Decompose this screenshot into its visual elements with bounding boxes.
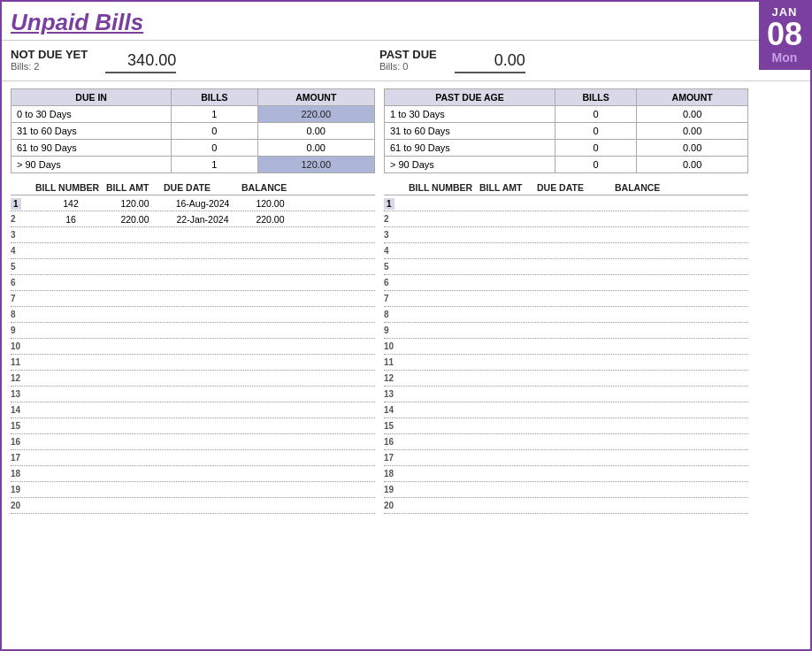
list-item: 10 (384, 339, 748, 355)
list-item: 1142120.0016-Aug-2024120.00 (11, 195, 375, 211)
list-item: 3 (11, 227, 375, 243)
list-item: 19 (384, 482, 748, 498)
list-item: 11 (384, 355, 748, 371)
list-item: 14 (11, 402, 375, 418)
right-bill-rows-container: 1234567891011121314151617181920 (384, 195, 748, 514)
past-due-label: PAST DUE (379, 48, 437, 61)
list-item: 15 (11, 418, 375, 434)
list-item: 9 (11, 323, 375, 339)
not-due-col-amount: AMOUNT (257, 89, 374, 106)
not-due-summary: NOT DUE YET Bills: 2 340.00 (11, 48, 379, 73)
page-header: Unpaid Bills (2, 2, 810, 41)
past-due-col-amount: AMOUNT (637, 89, 748, 106)
list-item: 18 (384, 466, 748, 482)
not-due-bills: Bills: 2 (11, 61, 88, 72)
past-due-age-table: PAST DUE AGE BILLS AMOUNT 1 to 30 Days00… (384, 88, 748, 173)
list-item: 19 (11, 482, 375, 498)
table-row: > 90 Days1120.00 (11, 157, 375, 173)
table-row: 0 to 30 Days1220.00 (11, 106, 375, 123)
list-item: 3 (384, 227, 748, 243)
past-due-col-bills: BILLS (555, 89, 636, 106)
list-item: 4 (384, 243, 748, 259)
past-due-bills: Bills: 0 (379, 61, 437, 72)
list-item: 17 (11, 450, 375, 466)
bill-lists-section: BILL NUMBER BILL AMT DUE DATE BALANCE 11… (2, 173, 810, 514)
list-item: 8 (384, 307, 748, 323)
tables-section: DUE IN BILLS AMOUNT 0 to 30 Days1220.003… (2, 81, 810, 173)
past-due-table: PAST DUE AGE BILLS AMOUNT 1 to 30 Days00… (384, 88, 748, 173)
table-row: 61 to 90 Days00.00 (11, 140, 375, 157)
past-due-col-age: PAST DUE AGE (385, 89, 555, 106)
page-title: Unpaid Bills (11, 9, 748, 36)
list-item: 15 (384, 418, 748, 434)
not-due-col-bills: BILLS (172, 89, 257, 106)
list-item: 1 (384, 195, 748, 211)
not-due-age-table: DUE IN BILLS AMOUNT 0 to 30 Days1220.003… (11, 88, 375, 173)
not-due-col-due-in: DUE IN (11, 89, 172, 106)
left-bill-rows-container: 1142120.0016-Aug-2024120.00216220.0022-J… (11, 195, 375, 514)
list-item: 4 (11, 243, 375, 259)
list-item: 13 (384, 387, 748, 402)
list-item: 7 (11, 291, 375, 307)
date-panel: JAN 08 Mon (759, 2, 810, 70)
table-row: 61 to 90 Days00.00 (385, 140, 748, 157)
list-item: 14 (384, 402, 748, 418)
list-item: 6 (11, 275, 375, 291)
list-item: 6 (384, 275, 748, 291)
list-item: 5 (384, 259, 748, 275)
summary-section: NOT DUE YET Bills: 2 340.00 PAST DUE Bil… (2, 41, 810, 81)
table-row: > 90 Days00.00 (385, 157, 748, 173)
list-item: 16 (11, 434, 375, 450)
list-item: 8 (11, 307, 375, 323)
list-item: 216220.0022-Jan-2024220.00 (11, 211, 375, 227)
list-item: 20 (384, 498, 748, 514)
list-item: 20 (11, 498, 375, 514)
date-dow: Mon (759, 50, 810, 65)
table-row: 31 to 60 Days00.00 (385, 123, 748, 140)
not-due-label: NOT DUE YET (11, 48, 88, 61)
list-item: 13 (11, 387, 375, 402)
not-due-amount: 340.00 (105, 51, 176, 73)
list-item: 17 (384, 450, 748, 466)
date-day: 08 (759, 19, 810, 50)
list-item: 12 (384, 371, 748, 387)
list-item: 18 (11, 466, 375, 482)
list-item: 9 (384, 323, 748, 339)
left-bill-list: BILL NUMBER BILL AMT DUE DATE BALANCE 11… (11, 180, 375, 514)
past-due-amount: 0.00 (455, 51, 525, 73)
left-bill-header: BILL NUMBER BILL AMT DUE DATE BALANCE (11, 180, 375, 195)
list-item: 2 (384, 211, 748, 227)
list-item: 12 (11, 371, 375, 387)
list-item: 11 (11, 355, 375, 371)
past-due-summary: PAST DUE Bills: 0 0.00 (379, 48, 748, 73)
table-row: 1 to 30 Days00.00 (385, 106, 748, 123)
list-item: 16 (384, 434, 748, 450)
list-item: 7 (384, 291, 748, 307)
right-bill-list: BILL NUMBER BILL AMT DUE DATE BALANCE 12… (384, 180, 748, 514)
right-bill-header: BILL NUMBER BILL AMT DUE DATE BALANCE (384, 180, 748, 195)
list-item: 5 (11, 259, 375, 275)
table-row: 31 to 60 Days00.00 (11, 123, 375, 140)
list-item: 10 (11, 339, 375, 355)
not-due-table: DUE IN BILLS AMOUNT 0 to 30 Days1220.003… (11, 88, 375, 173)
